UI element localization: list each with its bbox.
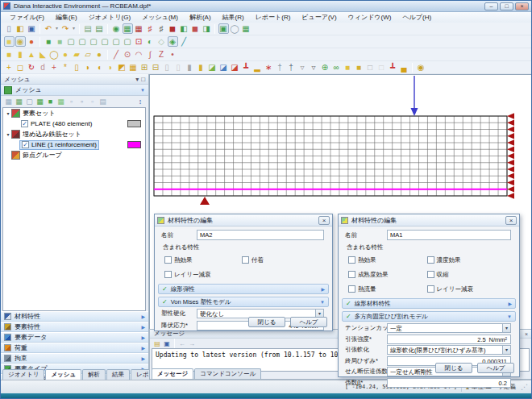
- field-dropdown-0[interactable]: 一定 ▾: [387, 323, 511, 333]
- save-project-icon[interactable]: ▣: [27, 23, 37, 34]
- unit-converter-icon[interactable]: ◉: [416, 62, 426, 73]
- show-wire-icon[interactable]: ▢: [25, 97, 35, 106]
- chevron-down-icon[interactable]: ▼: [507, 314, 512, 319]
- tree-expanded-icon[interactable]: ▾: [5, 110, 11, 116]
- previous-message-icon[interactable]: ←: [178, 339, 187, 348]
- mesh-block-icon[interactable]: ▦: [123, 23, 133, 34]
- checkbox-box[interactable]: [348, 271, 355, 278]
- show-shrunk-icon[interactable]: ▦: [35, 97, 45, 106]
- solid-cone-icon[interactable]: ▲: [27, 49, 37, 60]
- view-solid-icon[interactable]: ■: [4, 36, 15, 47]
- tube-2-icon[interactable]: ▯: [173, 62, 184, 73]
- clear-log-icon[interactable]: ▤: [153, 339, 162, 348]
- tube-1-icon[interactable]: ▯: [162, 62, 172, 73]
- workflow-tab-1[interactable]: メッシュ: [45, 369, 81, 380]
- accordion-4[interactable]: 拘束 ▶: [1, 353, 148, 364]
- draw-circle-icon[interactable]: ⊙: [123, 49, 133, 60]
- element-block-green-icon[interactable]: ◧: [179, 23, 189, 34]
- chevron-right-icon[interactable]: ▶: [508, 301, 512, 306]
- close-message-icon[interactable]: ×: [525, 330, 528, 339]
- menu-item-8[interactable]: ウィンドウ(W): [343, 12, 397, 23]
- chamfer-2-icon[interactable]: ◗: [106, 62, 116, 73]
- panel-title-bar[interactable]: メッシュ ▾ □: [1, 74, 148, 85]
- subtract-boxes-icon[interactable]: ⊟: [151, 62, 161, 73]
- menu-item-6[interactable]: レポート(R): [250, 12, 297, 23]
- sort-tree-icon[interactable]: ↕: [135, 97, 145, 106]
- menu-item-5[interactable]: 結果(R): [217, 12, 250, 23]
- dialog-title-bar[interactable]: 材料特性の編集 ×: [339, 214, 519, 227]
- fold-sheet-icon[interactable]: ◩: [117, 62, 127, 73]
- shrink-elements-icon[interactable]: ⊡: [134, 36, 144, 47]
- material-dialog-ma1[interactable]: 材料特性の編集 ×名前 MA1含まれる特性熱効果濃度効果成熟度効果収縮熱流量レイ…: [338, 214, 520, 377]
- mesh-grid-red-icon[interactable]: ♯: [145, 23, 156, 34]
- next-message-icon[interactable]: →: [188, 339, 197, 348]
- tree-collapse-icon[interactable]: ▦: [4, 97, 14, 106]
- union-boxes-icon[interactable]: ⊞: [139, 62, 150, 73]
- probe-1-icon[interactable]: †: [275, 62, 285, 73]
- display-wireframe-6-icon[interactable]: ▢: [123, 36, 133, 47]
- tree-row-2[interactable]: ▾埋め込み鉄筋セット: [3, 129, 145, 139]
- extrude-box-icon[interactable]: ▯: [72, 62, 82, 73]
- tube-yellow-icon[interactable]: ▮: [196, 62, 206, 73]
- draw-point-icon[interactable]: •: [168, 49, 178, 60]
- pin-icon[interactable]: ▾: [135, 75, 139, 84]
- property-checkbox-1[interactable]: 付着: [242, 255, 319, 265]
- workflow-tab-2[interactable]: 解析: [82, 369, 106, 380]
- show-solid-icon[interactable]: ▦: [15, 97, 24, 106]
- checkbox-box[interactable]: [427, 271, 434, 278]
- draw-arc-icon[interactable]: ◠: [134, 49, 144, 60]
- element-fill-green-icon[interactable]: ◨: [202, 23, 212, 34]
- tree-expanded-icon[interactable]: ▾: [5, 131, 11, 137]
- copy-mesh-icon[interactable]: ▤: [83, 23, 94, 34]
- menu-item-4[interactable]: 解析(A): [184, 12, 217, 23]
- face-blue-icon[interactable]: ◪: [218, 62, 229, 73]
- chevron-right-icon[interactable]: ▶: [321, 286, 325, 292]
- block-gray-2-icon[interactable]: □: [376, 62, 387, 73]
- field-input-1[interactable]: 2.5 N/mm²: [387, 335, 511, 344]
- show-faded-1-icon[interactable]: ▫: [67, 97, 77, 106]
- draw-curve-icon[interactable]: ∫: [145, 49, 156, 60]
- field-dropdown-2[interactable]: 線形軟化(限界ひび割れひずみ基準) ▾: [387, 345, 511, 355]
- element-block-red-icon[interactable]: ◼: [168, 23, 178, 34]
- show-mesh-icon[interactable]: ▦: [56, 97, 66, 106]
- weight-load-icon[interactable]: ┻: [388, 62, 398, 73]
- dialog-close-icon[interactable]: ×: [505, 216, 517, 225]
- display-wireframe-5-icon[interactable]: ▢: [111, 36, 122, 47]
- mesh-refine-icon[interactable]: ▦: [134, 23, 144, 34]
- pattern-tool-icon[interactable]: *: [60, 62, 71, 73]
- undo-icon[interactable]: ↶: [44, 23, 54, 34]
- help-button[interactable]: ヘルプ: [477, 363, 514, 373]
- checkbox-box[interactable]: [164, 271, 172, 278]
- drop-2-icon[interactable]: ▿: [309, 62, 319, 73]
- measure-tool-icon[interactable]: ╱: [179, 36, 189, 47]
- show-labels-icon[interactable]: ▤: [98, 97, 108, 106]
- close-button[interactable]: 閉じる: [435, 363, 472, 373]
- block-yellow-1-icon[interactable]: ■: [343, 62, 353, 73]
- resize-grip[interactable]: ⋰: [521, 383, 528, 391]
- new-project-icon[interactable]: ▯: [4, 23, 15, 34]
- link-nodes-icon[interactable]: ∞: [331, 62, 342, 73]
- solid-sphere-icon[interactable]: ●: [60, 49, 71, 60]
- select-circle-icon[interactable]: ◯: [230, 23, 240, 34]
- console-tab-1[interactable]: コマンドコンソール: [194, 368, 261, 379]
- rotate-body-icon[interactable]: ↻: [27, 62, 37, 73]
- property-checkbox-5[interactable]: レイリー減衰: [427, 284, 506, 294]
- mesh-sphere-icon[interactable]: ◉: [111, 23, 122, 34]
- show-faded-2-icon[interactable]: ▫: [77, 97, 87, 106]
- checkbox-box[interactable]: [427, 256, 434, 264]
- dialog-title-bar[interactable]: 材料特性の編集 ×: [155, 214, 332, 227]
- accordion-0[interactable]: 材料特性 ▶: [1, 311, 148, 322]
- block-gray-1-icon[interactable]: □: [365, 62, 376, 73]
- display-plane-active-icon[interactable]: ◈: [168, 36, 178, 47]
- block-yellow-2-icon[interactable]: ■: [354, 62, 364, 73]
- accordion-3[interactable]: 荷重 ▶: [1, 343, 148, 353]
- select-mesh-grid-icon[interactable]: ▦: [241, 23, 251, 34]
- workflow-tab-0[interactable]: ジオメトリ: [2, 369, 44, 380]
- checkbox-box[interactable]: [242, 256, 249, 264]
- tree-checkbox[interactable]: ✓: [22, 141, 29, 148]
- maximize-button[interactable]: □: [500, 2, 513, 10]
- draw-line-icon[interactable]: ╱: [111, 49, 122, 60]
- probe-2-icon[interactable]: †: [286, 62, 297, 73]
- workflow-tab-3[interactable]: 結果: [106, 369, 130, 380]
- sheet-table-icon[interactable]: ▦: [128, 62, 139, 73]
